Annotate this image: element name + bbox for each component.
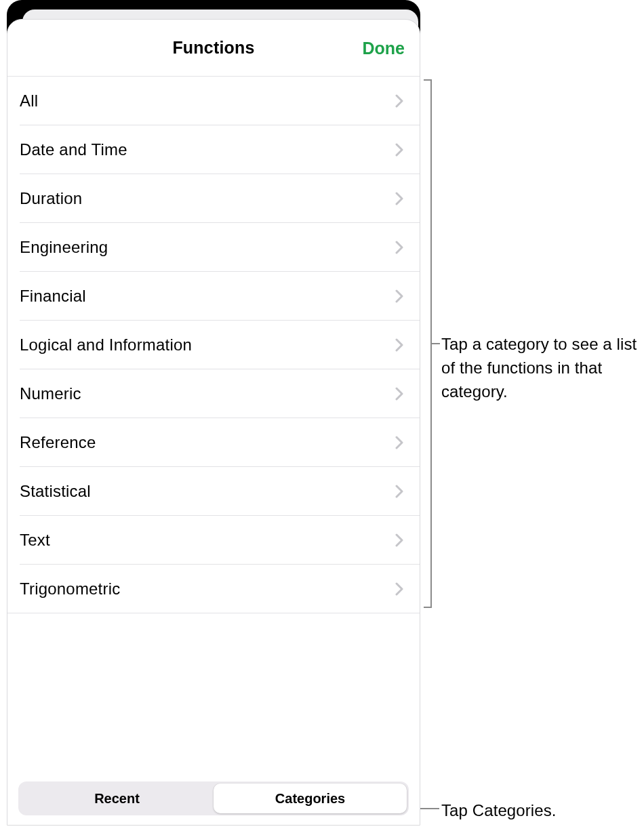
category-row-numeric[interactable]: Numeric [7, 369, 420, 418]
category-row-engineering[interactable]: Engineering [7, 223, 420, 271]
segmented-control-wrap: Recent Categories [7, 781, 420, 825]
category-row-trigonometric[interactable]: Trigonometric [7, 565, 420, 613]
category-label: Date and Time [20, 140, 127, 159]
category-label: Trigonometric [20, 580, 120, 598]
chevron-right-icon [395, 94, 403, 108]
category-label: Statistical [20, 482, 91, 501]
segment-recent[interactable]: Recent [20, 784, 214, 813]
category-label: Text [20, 531, 50, 550]
category-label: Reference [20, 433, 96, 452]
chevron-right-icon [395, 289, 403, 303]
function-category-list: All Date and Time Duration [7, 77, 420, 781]
segment-categories[interactable]: Categories [214, 784, 407, 813]
category-label: Duration [20, 189, 82, 208]
chevron-right-icon [395, 387, 403, 401]
category-row-date-and-time[interactable]: Date and Time [7, 125, 420, 174]
category-row-statistical[interactable]: Statistical [7, 467, 420, 515]
sheet-title: Functions [172, 38, 254, 58]
callout-category-list: Tap a category to see a list of the func… [441, 332, 638, 403]
category-label: Engineering [20, 238, 108, 257]
done-button[interactable]: Done [363, 20, 405, 77]
chevron-right-icon [395, 192, 403, 205]
segmented-control: Recent Categories [18, 781, 409, 815]
category-label: All [20, 92, 38, 110]
callout-categories-segment: Tap Categories. [441, 798, 638, 822]
chevron-right-icon [395, 338, 403, 352]
chevron-right-icon [395, 533, 403, 547]
category-row-duration[interactable]: Duration [7, 174, 420, 222]
callout-lead-line [432, 343, 440, 344]
chevron-right-icon [395, 582, 403, 596]
chevron-right-icon [395, 436, 403, 449]
category-row-logical-and-information[interactable]: Logical and Information [7, 321, 420, 369]
callout-bracket [424, 79, 432, 608]
chevron-right-icon [395, 485, 403, 498]
category-label: Logical and Information [20, 336, 192, 354]
category-label: Numeric [20, 384, 81, 403]
category-row-text[interactable]: Text [7, 516, 420, 564]
category-row-all[interactable]: All [7, 77, 420, 125]
chevron-right-icon [395, 143, 403, 157]
category-row-financial[interactable]: Financial [7, 272, 420, 320]
sheet-header: Functions Done [7, 20, 420, 77]
category-row-reference[interactable]: Reference [7, 418, 420, 466]
chevron-right-icon [395, 241, 403, 254]
category-label: Financial [20, 287, 86, 306]
functions-sheet: Functions Done All Date and Time Duratio… [7, 19, 420, 826]
row-separator [7, 613, 420, 613]
